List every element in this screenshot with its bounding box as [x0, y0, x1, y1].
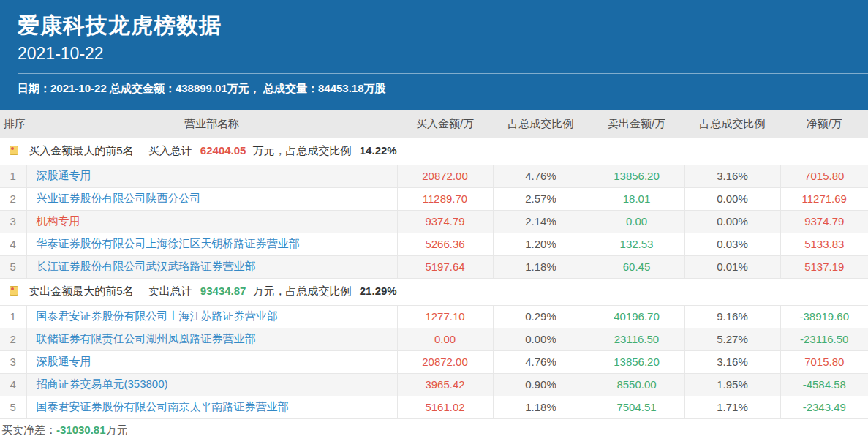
section-ratio-label: 万元，占总成交比例	[253, 285, 352, 297]
section-ratio-label: 万元，占总成交比例	[253, 144, 352, 157]
net-amount-cell: -38919.60	[780, 305, 868, 328]
broker-name-link[interactable]: 兴业证券股份有限公司陕西分公司	[37, 192, 201, 204]
rank-cell: 3	[0, 350, 26, 373]
broker-name-cell[interactable]: 国泰君安证券股份有限公司南京太平南路证券营业部	[26, 396, 397, 418]
net-difference-value: -31030.81	[56, 424, 106, 436]
sell-amount-cell: 13856.20	[589, 350, 684, 373]
buy-amount-cell: 3965.42	[397, 373, 493, 396]
rank-cell: 1	[0, 165, 26, 187]
broker-name-cell[interactable]: 华泰证券股份有限公司上海徐汇区天钥桥路证券营业部	[26, 233, 397, 255]
buy-ratio-cell: 2.57%	[493, 187, 589, 210]
page-header: 爱康科技龙虎榜数据 2021-10-22 日期：2021-10-22 总成交金额…	[0, 0, 868, 110]
column-header-broker: 营业部名称	[26, 110, 397, 138]
rank-cell: 2	[0, 328, 26, 350]
broker-name-cell[interactable]: 深股通专用	[26, 350, 397, 373]
buy-ratio-cell: 0.90%	[493, 373, 589, 396]
buy-ratio-cell: 4.76%	[493, 350, 589, 373]
buy-amount-cell: 1277.10	[397, 305, 493, 328]
header-date: 2021-10-22	[18, 44, 850, 64]
rank-cell: 1	[0, 305, 26, 328]
buy-section-header-row: 买入金额最大的前5名 买入总计 62404.05 万元，占总成交比例 14.22…	[0, 138, 868, 165]
broker-name-cell[interactable]: 长江证券股份有限公司武汉武珞路证券营业部	[26, 255, 397, 278]
column-header-buy-ratio: 占总成交比例	[493, 110, 589, 138]
net-amount-cell: 5133.83	[780, 233, 868, 255]
sell-section-header-row: 卖出金额最大的前5名 卖出总计 93434.87 万元，占总成交比例 21.29…	[0, 278, 868, 305]
broker-name-link[interactable]: 国泰君安证券股份有限公司上海江苏路证券营业部	[37, 309, 278, 322]
broker-name-cell[interactable]: 深股通专用	[26, 165, 397, 187]
buy-amount-cell: 5197.64	[397, 255, 493, 278]
broker-name-link[interactable]: 联储证券有限责任公司湖州凤凰路证券营业部	[37, 332, 256, 345]
broker-name-link[interactable]: 长江证券股份有限公司武汉武珞路证券营业部	[37, 260, 256, 272]
sell-ratio-cell: 0.00%	[684, 187, 780, 210]
net-difference-label: 买卖净差：	[1, 424, 56, 436]
note-icon	[10, 146, 18, 155]
buy-amount-cell: 11289.70	[397, 187, 493, 210]
rank-cell: 3	[0, 210, 26, 233]
table-row: 2 兴业证券股份有限公司陕西分公司 11289.70 2.57% 18.01 0…	[0, 187, 868, 210]
broker-name-cell[interactable]: 国泰君安证券股份有限公司上海江苏路证券营业部	[26, 305, 397, 328]
sell-amount-cell: 18.01	[589, 187, 684, 210]
sell-ratio-cell: 1.95%	[684, 373, 780, 396]
buy-ratio-cell: 2.14%	[493, 210, 589, 233]
table-row: 3 机构专用 9374.79 2.14% 0.00 0.00% 9374.79	[0, 210, 868, 233]
column-header-rank: 排序	[0, 110, 26, 138]
rank-cell: 2	[0, 187, 26, 210]
sell-amount-cell: 132.53	[589, 233, 684, 255]
section-ratio-value: 14.22%	[360, 144, 397, 157]
sell-ratio-cell: 0.01%	[684, 255, 780, 278]
broker-name-link[interactable]: 机构专用	[37, 214, 80, 227]
broker-name-cell[interactable]: 机构专用	[26, 210, 397, 233]
buy-ratio-cell: 1.20%	[493, 233, 589, 255]
sell-ratio-cell: 0.03%	[684, 233, 780, 255]
broker-name-link[interactable]: 招商证券交易单元(353800)	[37, 377, 168, 390]
broker-name-cell[interactable]: 联储证券有限责任公司湖州凤凰路证券营业部	[26, 328, 397, 350]
broker-name-link[interactable]: 华泰证券股份有限公司上海徐汇区天钥桥路证券营业部	[37, 237, 300, 249]
buy-amount-cell: 20872.00	[397, 350, 493, 373]
sell-amount-cell: 8550.00	[589, 373, 684, 396]
section-total-label: 买入总计	[148, 144, 192, 157]
column-header-buy-amount: 买入金额/万	[397, 110, 493, 138]
sell-amount-cell: 23116.50	[589, 328, 684, 350]
net-amount-cell: 9374.79	[780, 210, 868, 233]
net-amount-cell: 5137.19	[780, 255, 868, 278]
broker-name-link[interactable]: 国泰君安证券股份有限公司南京太平南路证券营业部	[37, 400, 289, 413]
broker-name-cell[interactable]: 招商证券交易单元(353800)	[26, 373, 397, 396]
net-amount-cell: -4584.58	[780, 373, 868, 396]
buy-ratio-cell: 0.00%	[493, 328, 589, 350]
table-row: 5 国泰君安证券股份有限公司南京太平南路证券营业部 5161.02 1.18% …	[0, 396, 868, 418]
summary-info-line: 日期：2021-10-22 总成交金额：438899.01万元， 总成交量：84…	[0, 74, 868, 96]
broker-name-cell[interactable]: 兴业证券股份有限公司陕西分公司	[26, 187, 397, 210]
section-total-value: 93434.87	[200, 285, 246, 297]
sell-ratio-cell: 9.16%	[684, 305, 780, 328]
rank-cell: 5	[0, 396, 26, 418]
table-row: 4 招商证券交易单元(353800) 3965.42 0.90% 8550.00…	[0, 373, 868, 396]
net-difference-line: 买卖净差：-31030.81万元	[0, 419, 868, 436]
section-total-label: 卖出总计	[148, 285, 192, 297]
table-row: 2 联储证券有限责任公司湖州凤凰路证券营业部 0.00 0.00% 23116.…	[0, 328, 868, 350]
table-row: 1 国泰君安证券股份有限公司上海江苏路证券营业部 1277.10 0.29% 4…	[0, 305, 868, 328]
buy-amount-cell: 0.00	[397, 328, 493, 350]
net-amount-cell: -2343.49	[780, 396, 868, 418]
buy-ratio-cell: 1.18%	[493, 396, 589, 418]
section-ratio-value: 21.29%	[360, 285, 397, 297]
sell-amount-cell: 0.00	[589, 210, 684, 233]
sell-ratio-cell: 3.16%	[684, 350, 780, 373]
buy-amount-cell: 5266.36	[397, 233, 493, 255]
broker-name-link[interactable]: 深股通专用	[37, 169, 91, 181]
column-header-net: 净额/万	[780, 110, 868, 138]
buy-ratio-cell: 4.76%	[493, 165, 589, 187]
rank-cell: 4	[0, 373, 26, 396]
buy-amount-cell: 20872.00	[397, 165, 493, 187]
broker-name-link[interactable]: 深股通专用	[37, 355, 91, 367]
section-total-value: 62404.05	[200, 144, 246, 157]
net-amount-cell: 11271.69	[780, 187, 868, 210]
rank-cell: 4	[0, 233, 26, 255]
net-amount-cell: 7015.80	[780, 350, 868, 373]
table-row: 4 华泰证券股份有限公司上海徐汇区天钥桥路证券营业部 5266.36 1.20%…	[0, 233, 868, 255]
net-difference-unit: 万元	[106, 424, 128, 436]
buy-amount-cell: 9374.79	[397, 210, 493, 233]
sell-amount-cell: 13856.20	[589, 165, 684, 187]
column-header-sell-ratio: 占总成交比例	[684, 110, 780, 138]
buy-ratio-cell: 0.29%	[493, 305, 589, 328]
table-row: 5 长江证券股份有限公司武汉武珞路证券营业部 5197.64 1.18% 60.…	[0, 255, 868, 278]
